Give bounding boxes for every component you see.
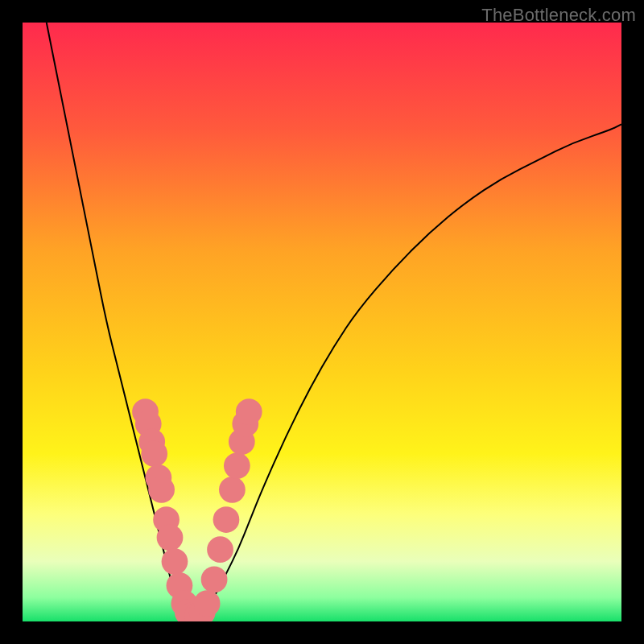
highlight-dot (236, 398, 262, 425)
highlight-dot (207, 536, 233, 563)
highlight-dot (219, 477, 246, 503)
gradient-background (23, 23, 621, 621)
highlight-dot (141, 440, 167, 467)
highlight-dot (157, 524, 184, 551)
plot-area (23, 23, 621, 621)
highlight-dot (213, 506, 240, 533)
bottleneck-chart (23, 23, 621, 621)
highlight-dot (162, 548, 188, 575)
highlight-dot (224, 452, 250, 479)
highlight-dot (201, 567, 228, 593)
highlight-dot (194, 590, 221, 617)
highlight-dot (148, 477, 175, 503)
chart-frame: TheBottleneck.com (0, 0, 644, 644)
